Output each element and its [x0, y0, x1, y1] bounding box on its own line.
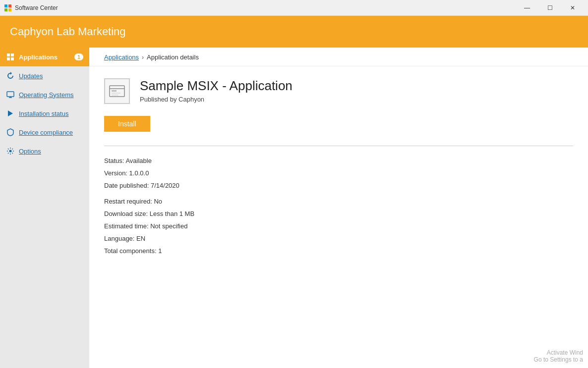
minimize-button[interactable]: —: [516, 0, 538, 16]
time-row: Estimated time: Not specified: [104, 221, 573, 232]
sidebar: Applications 1 Updates Operating Systems: [0, 48, 89, 368]
restart-label: Restart required:: [104, 198, 152, 205]
options-icon: [6, 147, 15, 156]
app-icon: [4, 4, 12, 12]
sidebar-item-updates[interactable]: Updates: [0, 66, 89, 85]
components-row: Total components: 1: [104, 246, 573, 257]
svg-rect-16: [112, 93, 120, 94]
detail-divider: [104, 146, 573, 146]
applications-label: Applications: [19, 53, 58, 61]
extra-info-group: Restart required: No Download size: Less…: [104, 197, 573, 256]
components-label: Total components:: [104, 247, 157, 255]
svg-rect-6: [7, 57, 10, 60]
breadcrumb-applications-link[interactable]: Applications: [104, 53, 139, 61]
svg-rect-0: [4, 4, 7, 7]
main-content: Applications › Application details Sampl: [89, 48, 588, 368]
breadcrumb-current: Application details: [147, 53, 199, 61]
version-label: Version:: [104, 169, 127, 177]
sidebar-item-installation-status[interactable]: Installation status: [0, 104, 89, 123]
date-row: Date published: 7/14/2020: [104, 181, 573, 191]
main-layout: Applications 1 Updates Operating Systems: [0, 48, 588, 368]
status-row: Status: Available: [104, 156, 573, 166]
breadcrumb: Applications › Application details: [89, 48, 588, 66]
install-status-label: Installation status: [19, 110, 68, 117]
applications-icon: [6, 53, 15, 61]
app-header-section: Sample MSIX - Application Published by C…: [104, 78, 573, 104]
app-publisher: Published by Caphyon: [140, 96, 573, 103]
sidebar-item-device-compliance[interactable]: Device compliance: [0, 123, 89, 142]
sidebar-item-options[interactable]: Options: [0, 142, 89, 160]
os-icon: [6, 90, 15, 99]
breadcrumb-separator: ›: [142, 54, 144, 61]
svg-marker-11: [8, 110, 13, 116]
svg-rect-17: [112, 95, 118, 96]
time-value: Not specified: [150, 222, 187, 230]
app-package-icon: [104, 78, 130, 104]
svg-rect-8: [7, 92, 14, 97]
window-title: Software Center: [15, 4, 516, 11]
download-value: Less than 1 MB: [150, 210, 194, 217]
sidebar-item-applications[interactable]: Applications 1: [0, 48, 89, 66]
applications-badge: 1: [74, 53, 83, 60]
svg-rect-4: [7, 53, 10, 56]
svg-point-12: [9, 150, 12, 153]
restart-value: No: [154, 198, 162, 205]
maximize-button[interactable]: ☐: [538, 0, 561, 16]
os-label: Operating Systems: [19, 91, 74, 99]
components-value: 1: [158, 247, 162, 255]
svg-rect-2: [4, 8, 7, 11]
org-title: Caphyon Lab Marketing: [10, 25, 126, 38]
version-row: Version: 1.0.0.0: [104, 168, 573, 179]
download-label: Download size:: [104, 210, 148, 217]
window-controls: — ☐ ✕: [516, 0, 584, 16]
app-detail-panel: Sample MSIX - Application Published by C…: [89, 66, 588, 270]
app-info: Sample MSIX - Application Published by C…: [140, 78, 573, 103]
sidebar-item-operating-systems[interactable]: Operating Systems: [0, 85, 89, 104]
svg-rect-1: [8, 4, 11, 7]
install-button[interactable]: Install: [104, 116, 150, 132]
date-label: Date published:: [104, 182, 149, 189]
restart-row: Restart required: No: [104, 197, 573, 207]
app-name: Sample MSIX - Application: [140, 78, 573, 94]
options-label: Options: [19, 148, 41, 155]
svg-rect-3: [8, 8, 11, 11]
basic-info-group: Status: Available Version: 1.0.0.0 Date …: [104, 156, 573, 191]
compliance-label: Device compliance: [19, 129, 73, 136]
close-button[interactable]: ✕: [561, 0, 584, 16]
updates-label: Updates: [19, 72, 43, 80]
svg-rect-7: [11, 57, 14, 60]
compliance-icon: [6, 128, 15, 137]
install-status-icon: [6, 109, 15, 118]
status-label: Status:: [104, 157, 124, 164]
download-row: Download size: Less than 1 MB: [104, 209, 573, 219]
time-label: Estimated time:: [104, 222, 149, 230]
version-value: 1.0.0.0: [129, 169, 149, 177]
app-header: Caphyon Lab Marketing: [0, 16, 588, 48]
date-value: 7/14/2020: [151, 182, 179, 189]
language-row: Language: EN: [104, 234, 573, 244]
language-label: Language:: [104, 235, 134, 242]
detail-section: Status: Available Version: 1.0.0.0 Date …: [104, 156, 573, 256]
status-value: Available: [125, 157, 152, 164]
titlebar: Software Center — ☐ ✕: [0, 0, 588, 16]
language-value: EN: [136, 235, 145, 242]
svg-rect-15: [112, 90, 117, 92]
updates-icon: [6, 71, 15, 80]
svg-rect-5: [11, 53, 14, 56]
